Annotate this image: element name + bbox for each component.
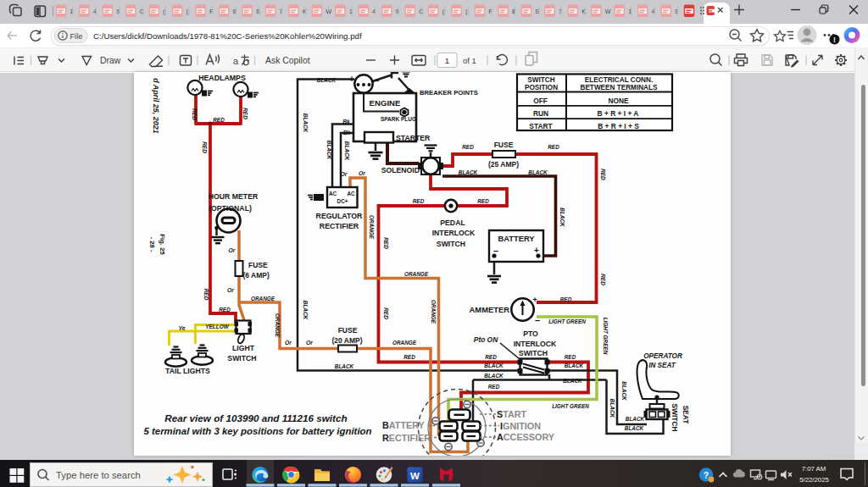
svg-text:SWITCH: SWITCH (437, 240, 465, 248)
svg-text:–: – (374, 75, 379, 86)
svg-text:OPERATOR: OPERATOR (643, 352, 682, 360)
svg-text:S: S (256, 8, 260, 14)
svg-text:RED: RED (192, 108, 198, 120)
svg-text:RED: RED (600, 169, 606, 180)
svg-text:B + R + I + A: B + R + I + A (598, 109, 639, 118)
svg-text:a: a (233, 56, 239, 66)
svg-text:BLACK: BLACK (459, 169, 478, 175)
svg-text:AMMETER: AMMETER (470, 305, 510, 314)
svg-text:- 28 -: - 28 - (148, 236, 156, 252)
svg-text:+: + (534, 246, 539, 255)
svg-text:C:/Users/dickf/Downloads/1978-: C:/Users/dickf/Downloads/1978-81%20C-Ser… (93, 31, 362, 41)
svg-text:S: S (536, 8, 540, 14)
svg-text:AC: AC (347, 191, 355, 196)
svg-text:RED: RED (213, 117, 225, 123)
svg-text:BLACK: BLACK (303, 113, 309, 133)
svg-text:FUSE: FUSE (338, 326, 358, 335)
svg-text:RED: RED (462, 144, 474, 150)
svg-text:RED: RED (600, 274, 606, 285)
svg-text:(OPTIONAL): (OPTIONAL) (209, 204, 252, 213)
svg-text:Or: Or (306, 340, 313, 346)
svg-text:YELLOW: YELLOW (205, 324, 229, 329)
svg-text:Or: Or (341, 171, 348, 177)
svg-text:BLACK: BLACK (303, 301, 309, 320)
svg-text:BREAKER POINTS: BREAKER POINTS (420, 89, 478, 97)
svg-text:IGNITION: IGNITION (500, 421, 541, 431)
svg-text:LIGHT GREEN: LIGHT GREEN (548, 318, 586, 324)
svg-text:BLACK: BLACK (609, 399, 615, 418)
svg-text:Type here to search: Type here to search (56, 470, 141, 480)
svg-text:7:07 AM: 7:07 AM (802, 465, 826, 473)
svg-text:Or: Or (359, 170, 365, 176)
svg-text:FUSE: FUSE (248, 261, 268, 269)
svg-text:Draw: Draw (100, 56, 121, 65)
svg-text:LIGHT GREEN: LIGHT GREEN (552, 403, 589, 409)
svg-text:BLACK: BLACK (559, 208, 565, 227)
svg-text:Or: Or (229, 247, 236, 253)
svg-text:SWITCH: SWITCH (227, 354, 256, 362)
svg-text:ORANGE: ORANGE (251, 296, 275, 302)
svg-text:ORANGE: ORANGE (369, 215, 375, 240)
svg-text:HEADLAMPS: HEADLAMPS (198, 74, 246, 82)
svg-text:Ye: Ye (178, 325, 185, 331)
svg-text:BLACK: BLACK (626, 416, 645, 422)
svg-text:Bk: Bk (343, 130, 352, 136)
svg-text:1: 1 (445, 56, 449, 65)
svg-text:RED: RED (203, 289, 209, 301)
svg-text:!: ! (833, 36, 836, 44)
svg-text:Or: Or (285, 340, 292, 346)
svg-text:RED: RED (488, 384, 500, 390)
svg-text:RED: RED (565, 354, 576, 360)
svg-text:STARTER: STARTER (396, 134, 431, 142)
svg-text:BATTERY: BATTERY (382, 420, 426, 430)
svg-text:ORANGE: ORANGE (275, 313, 281, 338)
svg-text:5/22/2025: 5/22/2025 (799, 476, 829, 484)
svg-text:|: | (465, 8, 467, 15)
svg-text:SWITCH: SWITCH (527, 76, 554, 84)
svg-text:LIGHT GREEN: LIGHT GREEN (603, 318, 609, 355)
svg-text:POSITION: POSITION (525, 84, 558, 91)
svg-text:Ask Copilot: Ask Copilot (265, 56, 310, 65)
svg-text:C: C (419, 8, 423, 14)
svg-text:(: ( (442, 8, 445, 15)
svg-text:ORANGE: ORANGE (431, 300, 437, 324)
svg-text:C: C (140, 8, 144, 14)
svg-text:INTERLOCK: INTERLOCK (514, 340, 557, 348)
svg-text:?: ? (704, 470, 709, 480)
svg-text:W: W (410, 471, 420, 481)
svg-text:NONE: NONE (608, 97, 629, 105)
svg-text:HOUR METER: HOUR METER (209, 192, 259, 201)
svg-text:RED: RED (383, 307, 389, 319)
svg-text:of 1: of 1 (463, 56, 476, 65)
svg-text:ACCESSORY: ACCESSORY (497, 432, 555, 442)
svg-text:BLACK: BLACK (528, 169, 548, 175)
svg-text:Rear view of 103990 and 111216: Rear view of 103990 and 111216 switch (164, 412, 347, 423)
svg-text:ORANGE: ORANGE (392, 340, 417, 346)
svg-text:|: | (186, 8, 188, 15)
svg-text:ENGINE: ENGINE (370, 98, 401, 108)
svg-text:BLACK: BLACK (625, 425, 644, 431)
svg-text:ELECTRICAL CONN.: ELECTRICAL CONN. (585, 76, 653, 84)
svg-text:RED: RED (383, 237, 389, 249)
svg-text:AC: AC (329, 191, 337, 196)
svg-text:RED: RED (413, 198, 425, 204)
svg-text:SWITCH: SWITCH (519, 349, 548, 357)
svg-text:(: ( (163, 8, 165, 15)
svg-text:LIGHT: LIGHT (232, 344, 255, 352)
svg-text:RED: RED (548, 144, 559, 150)
svg-text:RED: RED (403, 354, 415, 360)
svg-text:RED: RED (477, 198, 489, 204)
svg-text:SEAT: SEAT (682, 406, 690, 425)
svg-text:(25 AMP): (25 AMP) (488, 160, 519, 169)
svg-text:SPARK PLUG: SPARK PLUG (381, 116, 416, 122)
svg-text:SWITCH: SWITCH (670, 403, 679, 431)
svg-text:(6 AMP): (6 AMP) (243, 271, 270, 279)
svg-text:RUN: RUN (533, 109, 548, 118)
svg-text:START: START (529, 122, 553, 130)
svg-text:BATTERY: BATTERY (498, 234, 535, 243)
svg-text:BLACK: BLACK (344, 141, 350, 161)
svg-text:BLACK: BLACK (317, 77, 337, 83)
svg-text:OFF: OFF (533, 97, 548, 105)
svg-text:RED: RED (485, 354, 497, 360)
svg-text:RED: RED (560, 296, 572, 302)
